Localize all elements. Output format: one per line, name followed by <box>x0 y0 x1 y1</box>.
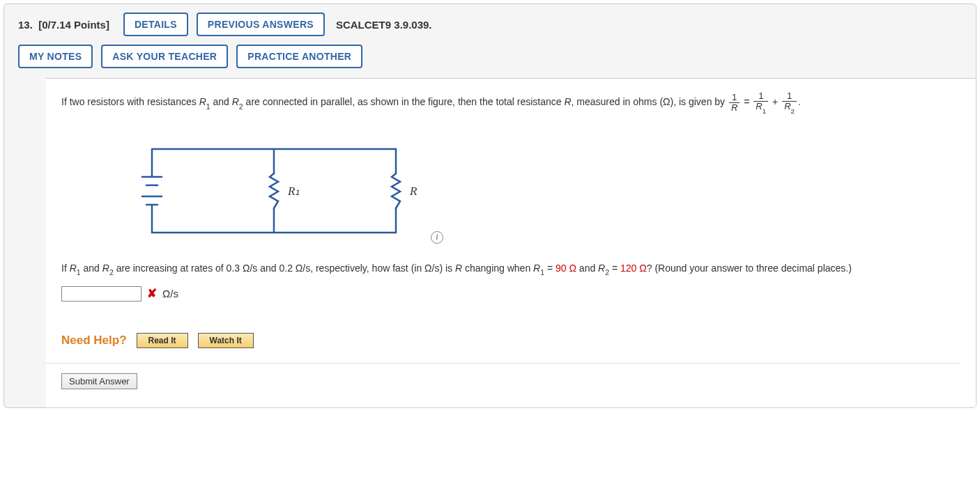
need-help-label: Need Help? <box>61 331 127 350</box>
answer-unit: Ω/s <box>162 286 178 302</box>
info-icon[interactable]: i <box>431 231 443 244</box>
answer-input[interactable] <box>61 286 141 302</box>
value-r2: 120 Ω <box>620 263 647 274</box>
previous-answers-button[interactable]: PREVIOUS ANSWERS <box>197 13 325 36</box>
details-button[interactable]: DETAILS <box>123 13 188 36</box>
practice-another-button[interactable]: PRACTICE ANOTHER <box>236 45 362 68</box>
circuit-figure-wrap: R₁ R₂ i <box>138 135 960 247</box>
fraction-1-over-r: 1R <box>729 93 740 114</box>
submit-answer-button[interactable]: Submit Answer <box>61 373 137 389</box>
question-number: 13. [0/7.14 Points] <box>18 19 109 31</box>
read-it-button[interactable]: Read It <box>137 333 188 348</box>
circuit-r1-label: R₁ <box>287 185 300 198</box>
header-row-2: MY NOTES ASK YOUR TEACHER PRACTICE ANOTH… <box>4 42 976 78</box>
source-label: SCALCET9 3.9.039. <box>336 19 432 31</box>
incorrect-icon: ✘ <box>147 284 157 303</box>
problem-question: If R1 and R2 are increasing at rates of … <box>61 260 960 278</box>
circuit-diagram: R₁ R₂ <box>138 135 417 247</box>
need-help-row: Need Help? Read It Watch It <box>61 331 960 350</box>
question-container: 13. [0/7.14 Points] DETAILS PREVIOUS ANS… <box>3 3 977 408</box>
problem-intro: If two resistors with resistances R1 and… <box>61 91 960 114</box>
fraction-1-over-r1: 1R1 <box>753 91 768 114</box>
value-r1: 90 Ω <box>556 263 576 274</box>
answer-row: ✘ Ω/s <box>61 284 960 303</box>
ask-teacher-button[interactable]: ASK YOUR TEACHER <box>101 45 228 68</box>
watch-it-button[interactable]: Watch It <box>198 333 254 348</box>
question-body: If two resistors with resistances R1 and… <box>46 78 976 407</box>
fraction-1-over-r2: 1R2 <box>782 91 797 114</box>
my-notes-button[interactable]: MY NOTES <box>18 45 93 68</box>
submit-row: Submit Answer <box>46 363 960 393</box>
header-row-1: 13. [0/7.14 Points] DETAILS PREVIOUS ANS… <box>4 4 976 42</box>
circuit-r2-label: R₂ <box>409 185 417 198</box>
